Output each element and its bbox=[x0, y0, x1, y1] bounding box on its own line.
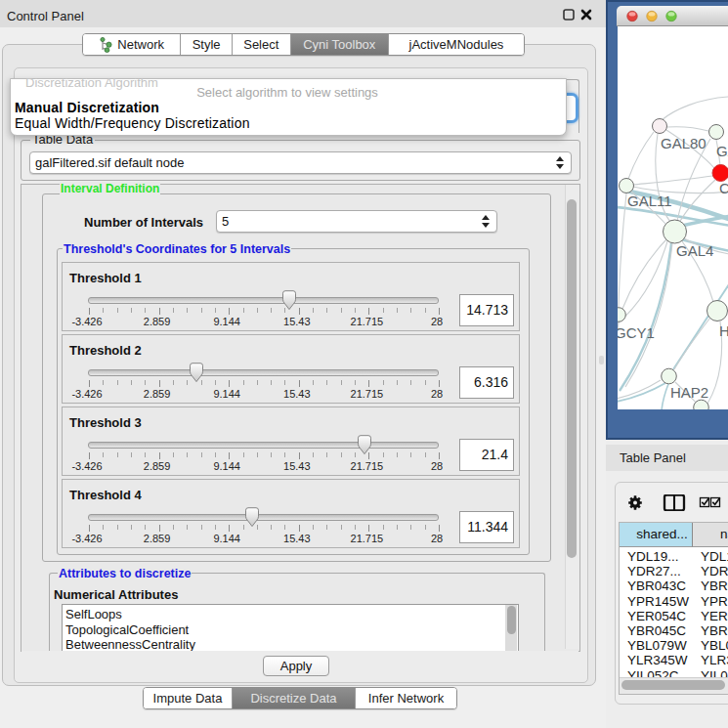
svg-text:HAP2: HAP2 bbox=[670, 384, 708, 401]
svg-text:GAL11: GAL11 bbox=[627, 193, 672, 209]
svg-text:H: H bbox=[719, 322, 728, 339]
svg-text:C: C bbox=[719, 180, 728, 196]
svg-text:GA: GA bbox=[716, 143, 728, 159]
svg-text:GAL80: GAL80 bbox=[661, 135, 707, 151]
svg-text:GAL4: GAL4 bbox=[676, 242, 713, 259]
svg-text:GCY1: GCY1 bbox=[618, 324, 655, 341]
